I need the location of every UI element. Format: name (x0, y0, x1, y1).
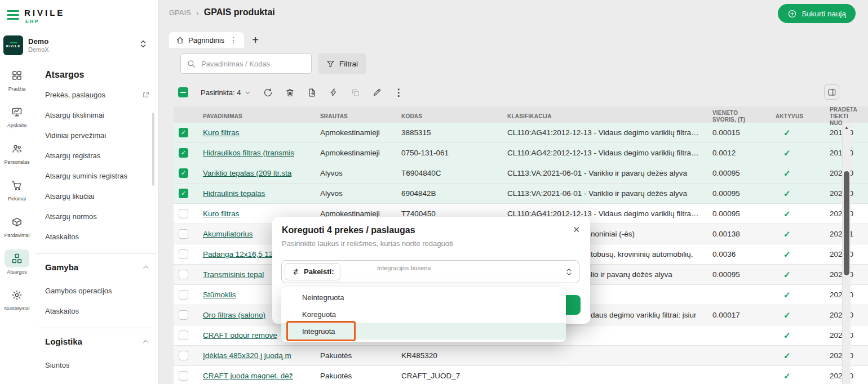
tab-pagrindinis[interactable]: Pagrindinis ⋮ (169, 32, 244, 48)
sidebar-item-prekes-paslaugos[interactable]: Prekės, paslaugos (35, 84, 157, 105)
cell-srautas: Pakuotės (313, 351, 395, 360)
table-row[interactable]: ✓ Variklio tepalas (209 ltr.sta Alyvos T… (174, 163, 868, 184)
row-checkbox[interactable] (179, 351, 188, 360)
change-chip[interactable]: Pakeisti: (285, 263, 340, 280)
edit-button[interactable] (373, 88, 382, 97)
app-logo: RIVILE ERP (7, 8, 65, 24)
external-link-icon (142, 91, 149, 99)
row-checkbox-checked[interactable]: ✓ (179, 189, 188, 198)
sidebar-item-gamybos-operacijos[interactable]: Gamybos operacijos (35, 280, 157, 301)
sidebar-item-atsargu-normos[interactable]: Atsargų normos (35, 206, 157, 226)
row-checkbox-checked[interactable]: ✓ (179, 168, 188, 178)
add-tab-button[interactable]: + (252, 34, 259, 48)
modal-subtitle: Pasirinkite laukus ir reikšmes, kurias n… (282, 239, 453, 248)
product-name-link[interactable]: Hidraulinis tepalas (203, 189, 265, 198)
tab-kebab-icon[interactable]: ⋮ (229, 35, 237, 44)
col-aktyvus[interactable]: AKTYVUS (769, 113, 823, 120)
table-row[interactable]: CRAFT juoda magnet. dėž Pakuotės CRAFT_J… (174, 366, 868, 384)
close-icon[interactable]: ✕ (573, 225, 580, 235)
table-row[interactable]: ✓ Hidraulikos filtras (transmis Apmokest… (174, 143, 868, 163)
swap-icon (291, 267, 300, 276)
col-pavadinimas[interactable]: PAVADINIMAS (196, 113, 313, 120)
sidebar-section-logistika[interactable]: Logistika (35, 328, 157, 355)
rail-item-pardavimai[interactable]: Pardavimai (1, 213, 33, 238)
product-name-link[interactable]: CRAFT juoda magnet. dėž (203, 372, 293, 380)
scroll-up-icon[interactable]: ▲ (843, 125, 851, 130)
row-checkbox[interactable] (179, 229, 188, 239)
search-box[interactable] (180, 53, 312, 74)
chevron-down-icon (245, 90, 251, 96)
row-checkbox[interactable] (179, 331, 188, 340)
rail-item-pirkimai[interactable]: Pirkimai (1, 176, 33, 202)
product-name-link[interactable]: Kuro filtras (203, 128, 240, 137)
rail-item-pradzia[interactable]: Pradžia (1, 66, 33, 92)
row-checkbox-checked[interactable]: ✓ (179, 128, 188, 137)
product-name-link[interactable]: Padanga 12x16,5 12 (203, 250, 273, 258)
company-selector[interactable]: RIVILE Demo DemoX (3, 34, 153, 56)
row-checkbox[interactable] (179, 209, 188, 218)
col-srautas[interactable]: SRAUTAS (313, 113, 395, 120)
row-checkbox[interactable] (179, 249, 188, 259)
hamburger-menu-icon[interactable] (7, 8, 19, 20)
rail-item-atsargos[interactable]: Atsargos (1, 249, 33, 275)
product-name-link[interactable]: Kuro filtras (203, 209, 240, 218)
rail-item-nustatymai[interactable]: Nustatymai (1, 286, 33, 311)
table-row[interactable]: ✓ Hidraulinis tepalas Alyvos 6904842B CL… (174, 184, 868, 204)
sidebar-item-atsargu-likuciai[interactable]: Atsargų likučiai (35, 186, 157, 206)
col-kodas[interactable]: KODAS (395, 113, 501, 120)
table-row[interactable]: ✓ Kuro filtras Apmokestinamieji 3885315 … (174, 123, 868, 143)
product-name-link[interactable]: Akumuliatorius (203, 230, 253, 238)
option-koreguota[interactable]: Koreguota (281, 306, 566, 323)
row-checkbox[interactable] (179, 371, 188, 381)
sidebar-item-atsargu-tikslinimai[interactable]: Atsargų tikslinimai (35, 105, 157, 125)
delete-button[interactable] (285, 88, 295, 97)
cell-srautas: Alyvos (313, 189, 395, 198)
sidebar-item-vidiniai-pervezimai[interactable]: Vidiniai pervežimai (35, 125, 157, 145)
sidebar-scrollbar[interactable] (152, 113, 154, 186)
field-selector[interactable]: Pakeisti: Integracijos būsena (281, 260, 579, 283)
sidebar-item-gamyba-ataskaitos[interactable]: Ataskaitos (35, 301, 157, 321)
more-actions-button[interactable]: ⋮ (394, 87, 404, 99)
selection-count[interactable]: Pasirinkta: 4 (201, 88, 251, 97)
table-row[interactable]: Įdėklas 485x320 į juodą m Pakuotės KR485… (174, 346, 868, 366)
column-settings-button[interactable] (824, 84, 839, 100)
row-checkbox-checked[interactable]: ✓ (179, 148, 188, 158)
option-neintegruota[interactable]: Neintegruota (281, 289, 566, 306)
export-button[interactable] (307, 88, 317, 97)
product-name-link[interactable]: Hidraulikos filtras (transmis (203, 149, 294, 157)
row-checkbox[interactable] (179, 270, 188, 279)
home-icon (176, 36, 184, 44)
row-checkbox[interactable] (179, 310, 188, 320)
col-vieneto-svoris[interactable]: VIENETO SVORIS, (T) (706, 110, 769, 123)
filter-row: Filtrai (180, 53, 366, 74)
filters-button[interactable]: Filtrai (318, 53, 366, 74)
product-name-link[interactable]: Oro filtras (salono) (203, 311, 265, 319)
sidebar-item-atsargu-registras[interactable]: Atsargų registras (35, 145, 157, 166)
copy-button[interactable] (351, 88, 360, 97)
col-klasifikacija[interactable]: KLASIFIKACIJA (501, 113, 706, 120)
product-name-link[interactable]: Įdėklas 485x320 į juodą m (203, 351, 291, 360)
create-new-button[interactable]: Sukurti naują (778, 4, 856, 23)
option-integruota[interactable]: Integruota (281, 323, 566, 340)
sidebar-item-siuntos[interactable]: Siuntos (35, 355, 157, 375)
active-check-icon: ✓ (769, 331, 823, 341)
refresh-button[interactable] (263, 88, 273, 97)
breadcrumb-gpais[interactable]: GPAIS (169, 8, 191, 17)
row-checkbox[interactable] (179, 290, 188, 300)
scrollbar-thumb[interactable] (844, 171, 849, 275)
product-name-link[interactable]: Variklio tepalas (209 ltr.sta (203, 169, 291, 177)
sidebar-item-atsargu-suminis-registras[interactable]: Atsargų suminis registras (35, 166, 157, 186)
select-all-checkbox[interactable] (178, 87, 188, 97)
product-name-link[interactable]: Transmisinis tepal (203, 270, 264, 279)
sync-bolt-button[interactable] (329, 88, 338, 97)
table-scrollbar[interactable]: ▲ (842, 123, 851, 384)
sidebar-item-ataskaitos[interactable]: Ataskaitos (35, 226, 157, 247)
rail-item-apskaita[interactable]: Apskaita (1, 103, 33, 128)
product-name-link[interactable]: CRAFT odour remove (203, 331, 277, 340)
company-name: Demo (28, 37, 49, 46)
sidebar-section-gamyba[interactable]: Gamyba (35, 253, 157, 280)
search-input[interactable] (200, 59, 305, 69)
select-updown-icon[interactable] (565, 267, 573, 276)
rail-item-personalas[interactable]: Personalas (1, 140, 33, 165)
product-name-link[interactable]: Stūmoklis (203, 291, 236, 299)
